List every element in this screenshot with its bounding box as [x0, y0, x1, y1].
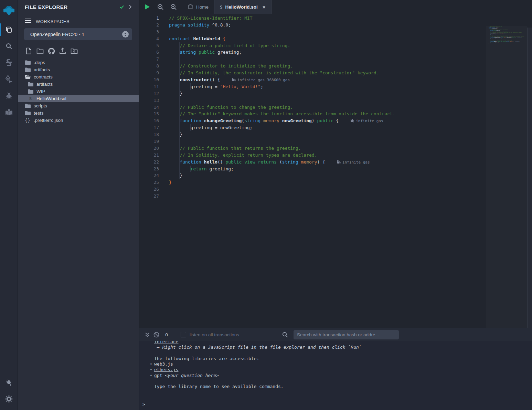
tree-item-scripts[interactable]: scripts: [18, 102, 139, 109]
code-line: 14 // Public function to change the gree…: [139, 104, 532, 111]
terminal-line: The following libraries are accessible:: [154, 356, 532, 361]
terminal-expand-button[interactable]: [143, 330, 152, 339]
code-line: 15 // The "public" keyword makes the fun…: [139, 111, 532, 117]
terminal-search-icon: [280, 330, 289, 339]
code-line: 22 function hello() public view returns …: [139, 159, 532, 166]
workspaces-menu-button[interactable]: [25, 18, 32, 25]
line-number: 4: [139, 35, 159, 42]
terminal-line: interface: [154, 341, 532, 345]
tree-item-label: scripts: [34, 103, 47, 108]
new-file-icon: [26, 48, 32, 54]
tree-item-contracts[interactable]: contracts: [18, 73, 139, 81]
home-icon: [188, 4, 193, 9]
activity-bar-bottom: [0, 374, 18, 407]
sidebar-item-plugin-manager[interactable]: [0, 374, 18, 391]
bullet-icon: •: [150, 373, 152, 378]
terminal-prompt: >: [142, 402, 145, 407]
terminal-line: Type the library name to see available c…: [154, 384, 532, 389]
settings-gear-icon: [5, 395, 13, 403]
clear-console-button[interactable]: [152, 330, 161, 339]
gas-pump-icon: [350, 118, 354, 123]
tree-item--prettierrc-json[interactable]: {}.prettierrc.json: [18, 117, 139, 124]
line-number: 7: [139, 56, 159, 63]
sidebar-item-deploy-run[interactable]: [0, 71, 18, 87]
solidity-compiler-icon: [5, 59, 13, 67]
code-lines: 1// SPDX-License-Identifier: MIT2pragma …: [139, 14, 532, 200]
bullet-icon: •: [150, 361, 152, 367]
terminal-content[interactable]: interface – Right click on a JavaScript …: [139, 341, 532, 410]
hamburger-icon: [25, 18, 32, 23]
clone-github-button[interactable]: [47, 47, 55, 55]
line-number: 3: [139, 29, 159, 35]
sidebar-item-search[interactable]: [0, 38, 18, 54]
zoom-out-icon: [157, 4, 164, 10]
line-number: 5: [139, 42, 159, 49]
line-number: 26: [139, 186, 159, 193]
terminal-link[interactable]: ethers.js: [154, 367, 178, 372]
new-folder-button[interactable]: [36, 47, 44, 55]
code-line: 23 return greeting;: [139, 166, 532, 172]
editor-scrollbar[interactable]: [527, 28, 532, 328]
terminal-search-input[interactable]: [294, 330, 399, 339]
code-line: 18 }: [139, 131, 532, 138]
terminal-link[interactable]: web3.js: [154, 361, 173, 367]
terminal-line: •ethers.js: [154, 367, 532, 372]
json-braces-icon: {}: [25, 118, 30, 123]
learneth-icon: [4, 108, 13, 116]
line-number: 2: [139, 22, 159, 29]
main-area: HomeSHelloWorld.sol× 1// SPDX-License-Id…: [139, 0, 532, 410]
line-number: 27: [139, 193, 159, 200]
tab-close-icon[interactable]: ×: [263, 4, 266, 10]
line-number: 14: [139, 104, 159, 111]
gas-pump-icon: [232, 77, 236, 82]
code-line: 20 // Public function that returns the g…: [139, 145, 532, 152]
line-number: 21: [139, 152, 159, 159]
zoom-in-button[interactable]: [170, 3, 177, 11]
sidebar-item-file-explorer[interactable]: [0, 21, 18, 38]
sidebar-item-solidity-compiler[interactable]: [0, 54, 18, 71]
upload-folder-button[interactable]: [70, 47, 78, 55]
tree-item-tests[interactable]: tests: [18, 109, 139, 117]
tree-item-wip[interactable]: WIP: [18, 88, 139, 95]
tree-item-label: HelloWorld.sol: [36, 96, 66, 101]
code-line: 3: [139, 29, 532, 35]
code-line: 10 constructor() {infinite gas 368600 ga…: [139, 76, 532, 83]
tree-item-artifacts[interactable]: artifacts: [18, 81, 139, 88]
solidity-file-icon: S: [220, 4, 223, 10]
zoom-out-button[interactable]: [157, 3, 164, 11]
upload-file-button[interactable]: [59, 47, 66, 55]
editor-minimap[interactable]: // SPDX-License-Identifier: MITpragma so…: [486, 26, 527, 328]
code-line: 9 // In Solidity, the constructor is def…: [139, 70, 532, 76]
clear-console-icon: [153, 332, 159, 338]
code-editor[interactable]: 1// SPDX-License-Identifier: MIT2pragma …: [139, 14, 532, 328]
code-line: 16 function changeGreeting(string memory…: [139, 117, 532, 124]
line-number: 8: [139, 63, 159, 70]
tab-home[interactable]: Home: [182, 0, 214, 14]
tree-item-helloworld-sol[interactable]: SHelloWorld.sol: [18, 95, 139, 102]
code-line: 21 // In Solidity, explicit return types…: [139, 152, 532, 159]
workspace-check-button[interactable]: [118, 3, 126, 11]
terminal-line: – Right click on a JavaScript file in th…: [154, 345, 532, 350]
terminal-link[interactable]: interface: [154, 341, 178, 344]
folder-icon: [25, 60, 31, 65]
run-script-button[interactable]: [143, 3, 151, 11]
sidebar-item-debugger[interactable]: [0, 87, 18, 104]
sidebar-item-settings[interactable]: [0, 391, 18, 407]
plugin-manager-icon: [5, 378, 13, 387]
new-file-button[interactable]: [25, 47, 32, 55]
remix-ide-window: FILE EXPLORER WORKSPACES OpenZeppelin ER…: [0, 0, 532, 410]
check-icon: [119, 4, 125, 10]
bullet-icon: •: [150, 367, 152, 372]
tree-item-artifacts[interactable]: artifacts: [18, 66, 139, 73]
line-number: 24: [139, 172, 159, 179]
workspace-select[interactable]: OpenZeppelin ERC20 - 1: [24, 28, 132, 40]
tab-helloworld-sol[interactable]: SHelloWorld.sol×: [214, 0, 272, 14]
sidebar-item-learneth[interactable]: [0, 104, 18, 120]
terminal-toolbar: 0 listen on all transactions: [139, 328, 532, 341]
collapse-panel-button[interactable]: [126, 3, 134, 11]
tab-label: HelloWorld.sol: [225, 4, 258, 10]
tree-item--deps[interactable]: .deps: [18, 59, 139, 66]
active-indicator: [0, 23, 1, 36]
terminal-panel: 0 listen on all transactions interface –…: [139, 328, 532, 410]
listen-transactions-checkbox[interactable]: [181, 332, 186, 337]
